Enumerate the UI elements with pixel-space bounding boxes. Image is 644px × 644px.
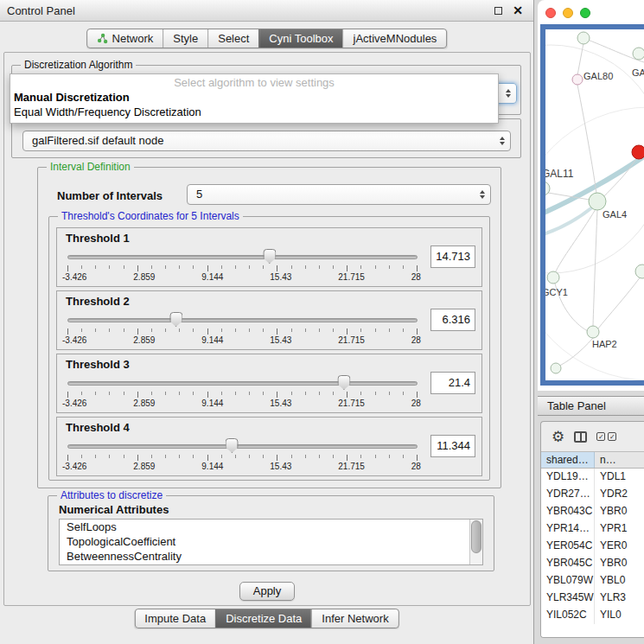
dropdown-placeholder: Select algorithm to view settings [10, 75, 498, 90]
node-label[interactable]: GAL4 [603, 209, 627, 220]
slider-thumb[interactable] [337, 375, 350, 390]
node-label[interactable]: GAL80 [583, 71, 613, 81]
threshold-3-slider[interactable]: -3.4262.8599.14415.4321.71528 [67, 373, 418, 411]
node-label[interactable]: GCY1 [545, 287, 568, 297]
threshold-4-value-field[interactable]: 11.344 [430, 435, 475, 457]
tick-label: 15.43 [270, 399, 291, 408]
attribute-item[interactable]: TopologicalCoefficient [60, 534, 482, 549]
slider-track[interactable] [67, 381, 418, 386]
close-traffic-icon[interactable] [545, 8, 556, 18]
tick-label: 15.43 [270, 462, 291, 471]
slider-ticks-major [67, 455, 418, 461]
window-traffic-lights [545, 8, 590, 18]
dropdown-option-manual-discretization[interactable]: Manual Discretization [10, 90, 498, 105]
tab-infer-network[interactable]: Infer Network [311, 609, 398, 628]
group-title: Interval Definition [47, 161, 134, 173]
column-header-shared-name[interactable]: shared… [541, 452, 595, 468]
table-cell: YBR045C [541, 555, 595, 572]
slider-thumb[interactable] [263, 249, 276, 264]
node-label[interactable]: HAP2 [592, 339, 617, 349]
tab-impute-data[interactable]: Impute Data [135, 609, 215, 628]
threshold-2-panel: Threshold 2 -3.4262.8599.14415.4321.7152… [56, 290, 482, 350]
table-cell: YDL1 [595, 469, 644, 486]
scrollbar-thumb[interactable] [471, 520, 481, 553]
table-row[interactable]: YIL052CYIL0 [541, 607, 644, 624]
threshold-3-value-field[interactable]: 21.4 [430, 372, 475, 394]
slider-track[interactable] [67, 444, 418, 449]
table-row[interactable]: YBR045CYBR0 [541, 555, 644, 572]
table-toolbar: ⚙ ✓ ✓ [541, 422, 644, 451]
table-row[interactable]: YDL19…YDL1 [541, 469, 644, 486]
table-body: YDL19…YDL1YDR27…YDR2YBR043CYBR0YPR145WYP… [541, 469, 644, 638]
tick-labels: -3.4262.8599.14415.4321.71528 [62, 272, 421, 282]
tab-cyni-toolbox[interactable]: Cyni Toolbox [258, 29, 342, 48]
table-row[interactable]: YPR145WYPR1 [541, 520, 644, 538]
threshold-label: Threshold 1 [66, 232, 130, 245]
network-view-window: GAL80 GA GAL11 GAL4 GCY1 HAP2 [538, 0, 644, 391]
tab-select[interactable]: Select [207, 29, 258, 48]
slider-thumb[interactable] [226, 438, 239, 453]
dropdown-option-equal-width-frequency[interactable]: Equal Width/Frequency Discretization [10, 105, 498, 119]
checkbox-icon[interactable]: ✓ [596, 432, 605, 441]
table-panel-header: Table Panel [538, 396, 644, 416]
slider-thumb[interactable] [169, 312, 182, 327]
apply-button[interactable]: Apply [239, 582, 295, 601]
attribute-item[interactable]: BetweennessCentrality [60, 549, 482, 564]
table-cell: YBR0 [595, 555, 644, 572]
table-panel-window: ⚙ ✓ ✓ shared… n… YDL19…YDL1YDR27…YDR2YBR… [540, 421, 644, 638]
zoom-traffic-icon[interactable] [580, 8, 590, 18]
table-row[interactable]: YER054CYER0 [541, 538, 644, 555]
tab-style[interactable]: Style [163, 29, 207, 48]
tick-label: 15.43 [270, 335, 291, 345]
column-header-name[interactable]: n… [595, 452, 644, 468]
table-row[interactable]: YBL079WYBL0 [541, 572, 644, 590]
list-scrollbar[interactable] [469, 520, 482, 564]
number-of-intervals-combo[interactable]: 5 [187, 184, 491, 205]
threshold-1-slider[interactable]: -3.4262.8599.14415.4321.71528 [67, 247, 418, 285]
numerical-attributes-label: Numerical Attributes [59, 503, 169, 516]
columns-icon[interactable] [574, 431, 587, 443]
table-header-row: shared… n… [541, 451, 644, 469]
tab-label: Impute Data [144, 612, 206, 625]
numerical-attributes-list[interactable]: SelfLoopsTopologicalCoefficientBetweenne… [59, 519, 483, 565]
combo-arrows-icon [480, 190, 485, 199]
table-cell: YPR1 [595, 520, 644, 538]
table-row[interactable]: YDR27…YDR2 [541, 486, 644, 503]
tab-jactivemnodules[interactable]: jActiveMNodules [343, 29, 447, 48]
threshold-4-slider[interactable]: -3.4262.8599.14415.4321.71528 [67, 437, 418, 475]
threshold-2-value-field[interactable]: 6.316 [430, 309, 475, 331]
tick-label: 28 [411, 272, 421, 282]
threshold-1-value-field[interactable]: 14.713 [430, 245, 475, 268]
table-cell: YBR043C [541, 503, 595, 520]
close-icon[interactable]: ✕ [513, 4, 523, 16]
tab-discretize-data[interactable]: Discretize Data [215, 609, 311, 628]
gear-icon[interactable]: ⚙ [552, 430, 564, 444]
node-label[interactable]: GA [632, 67, 644, 78]
select-columns-icons: ✓ ✓ [596, 432, 616, 441]
checkbox-icon[interactable]: ✓ [608, 432, 616, 441]
threshold-2-slider[interactable]: -3.4262.8599.14415.4321.71528 [67, 310, 418, 348]
network-canvas[interactable]: GAL80 GA GAL11 GAL4 GCY1 HAP2 [545, 29, 644, 380]
node-label[interactable]: GAL11 [545, 168, 573, 180]
network-graph [545, 29, 644, 380]
table-cell: YDR27… [541, 486, 595, 503]
attribute-item[interactable]: SelfLoops [60, 520, 482, 534]
slider-track[interactable] [67, 318, 418, 322]
table-cell: YLR3 [595, 590, 644, 607]
tick-label: 21.715 [338, 462, 365, 471]
table-row[interactable]: YLR345WYLR3 [541, 590, 644, 607]
table-cell: YBL079W [541, 572, 595, 590]
tab-network[interactable]: Network [87, 29, 163, 48]
float-window-icon[interactable] [494, 7, 502, 15]
minimize-traffic-icon[interactable] [563, 8, 573, 18]
table-panel-title: Table Panel [547, 399, 606, 412]
table-row[interactable]: YBR043CYBR0 [541, 503, 644, 520]
slider-track[interactable] [67, 255, 418, 259]
threshold-label: Threshold 3 [66, 358, 130, 371]
threshold-4-panel: Threshold 4 -3.4262.8599.14415.4321.7152… [56, 417, 482, 476]
table-data-combo[interactable]: galFiltered.sif default node [22, 131, 511, 151]
combo-arrows-icon [506, 89, 511, 98]
table-cell: YBL0 [595, 572, 644, 590]
tick-label: 9.144 [201, 272, 223, 282]
network-icon [97, 33, 108, 44]
